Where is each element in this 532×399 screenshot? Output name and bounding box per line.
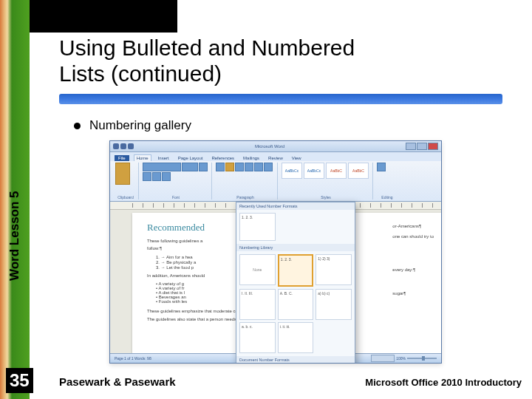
tab-home[interactable]: Home bbox=[134, 154, 151, 161]
qat-undo-icon[interactable] bbox=[128, 143, 134, 149]
group-styles-label: Styles bbox=[282, 195, 370, 200]
tab-view[interactable]: View bbox=[290, 155, 304, 161]
ribbon-tabs: File Home Insert Page Layout References … bbox=[110, 152, 441, 161]
title-line1: Using Bulleted and Numbered bbox=[59, 35, 355, 60]
footer-left: Pasewark & Pasewark bbox=[59, 375, 176, 388]
doc-para: In addition, Americans should bbox=[147, 273, 205, 279]
group-clipboard: Clipboard bbox=[113, 163, 139, 200]
bullets-icon[interactable] bbox=[216, 163, 225, 171]
align-center-icon[interactable] bbox=[254, 163, 263, 171]
numbering-icon[interactable] bbox=[225, 163, 234, 171]
slide-title: Using Bulleted and Numbered Lists (conti… bbox=[59, 35, 355, 86]
close-button[interactable] bbox=[428, 143, 438, 150]
bullet-item: Numbering gallery bbox=[74, 118, 191, 133]
corner-block bbox=[30, 0, 177, 33]
window-title: Microsoft Word bbox=[255, 144, 284, 149]
find-icon[interactable] bbox=[377, 163, 386, 171]
group-editing-label: Editing bbox=[377, 195, 398, 200]
bullet-text: Numbering gallery bbox=[89, 118, 191, 133]
gallery-option[interactable]: a) b) c) bbox=[316, 289, 352, 320]
underline-icon[interactable] bbox=[152, 172, 161, 181]
group-paragraph-label: Paragraph bbox=[216, 195, 275, 200]
sidebar-label: Word Lesson 5 bbox=[7, 191, 22, 281]
ribbon: Clipboard Font Paragraph bbox=[110, 161, 441, 202]
doc-tail: one can should try to bbox=[392, 233, 434, 239]
title-underline bbox=[59, 94, 502, 104]
gallery-option[interactable]: a. b. c. bbox=[239, 322, 276, 353]
numbering-gallery: Recently Used Number Formats 1. 2. 3. Nu… bbox=[236, 202, 355, 364]
paste-icon[interactable] bbox=[115, 163, 130, 185]
gallery-option[interactable]: i. ii. iii. bbox=[278, 322, 314, 353]
doc-tail: or-Americans¶ bbox=[392, 223, 434, 229]
maximize-button[interactable] bbox=[417, 143, 427, 150]
gallery-section-library: Numbering Library bbox=[236, 244, 355, 251]
word-icon bbox=[113, 143, 119, 149]
gallery-option[interactable]: I. II. III. bbox=[239, 289, 276, 320]
list-item: 2. → Be physically a bbox=[156, 260, 205, 265]
group-clipboard-label: Clipboard bbox=[115, 195, 136, 200]
tab-review[interactable]: Review bbox=[266, 155, 285, 161]
zoom-value[interactable]: 100% bbox=[396, 356, 406, 361]
list-item: Foods with les bbox=[156, 299, 205, 304]
page-number: 35 bbox=[6, 368, 33, 393]
tab-references[interactable]: References bbox=[209, 155, 236, 161]
align-right-icon[interactable] bbox=[264, 163, 273, 171]
gallery-option[interactable]: 1. 2. 3. bbox=[278, 254, 314, 287]
status-left: Page 1 of 1 Words: 98 bbox=[115, 356, 151, 361]
multilevel-icon[interactable] bbox=[235, 163, 244, 171]
gallery-section-doc: Document Number Formats bbox=[236, 356, 355, 364]
group-font: Font bbox=[140, 163, 212, 200]
window-titlebar: Microsoft Word bbox=[110, 141, 441, 152]
gallery-option[interactable]: A. B. C. bbox=[278, 289, 314, 320]
doc-tail: every day:¶ bbox=[392, 267, 434, 273]
bold-icon[interactable] bbox=[199, 163, 208, 171]
view-buttons-icon[interactable] bbox=[371, 355, 395, 362]
doc-tail: sugar¶ bbox=[392, 290, 434, 296]
style-nospacing[interactable]: AaBbCc bbox=[304, 163, 324, 179]
tab-page-layout[interactable]: Page Layout bbox=[176, 155, 205, 161]
minimize-button[interactable] bbox=[406, 143, 416, 150]
tab-mailings[interactable]: Mailings bbox=[241, 155, 262, 161]
footer-right: Microsoft Office 2010 Introductory bbox=[365, 377, 522, 388]
gallery-option-none[interactable]: None bbox=[239, 254, 276, 285]
list-item: 1. → Aim for a hea bbox=[156, 255, 205, 259]
group-font-label: Font bbox=[143, 195, 209, 200]
bullet-list: A variety of g A variety of fr A diet th… bbox=[156, 282, 205, 304]
style-heading1[interactable]: AaBbC bbox=[326, 163, 347, 179]
gallery-option[interactable]: 1. 2. 3. bbox=[239, 213, 276, 241]
font-color-icon[interactable] bbox=[162, 172, 171, 181]
font-size-icon[interactable] bbox=[182, 163, 198, 171]
align-left-icon[interactable] bbox=[245, 163, 253, 171]
style-heading2[interactable]: AaBbC bbox=[348, 163, 369, 179]
group-paragraph: Paragraph bbox=[214, 163, 278, 200]
group-styles: AaBbCc AaBbCc AaBbC AaBbC Styles bbox=[279, 163, 373, 200]
word-screenshot: Microsoft Word File Home Insert Page Lay… bbox=[109, 140, 442, 364]
numbered-list: 1. → Aim for a hea 2. → Be physically a … bbox=[156, 255, 205, 270]
italic-icon[interactable] bbox=[143, 172, 151, 181]
title-line2: Lists (continued) bbox=[59, 61, 222, 86]
style-normal[interactable]: AaBbCc bbox=[282, 163, 302, 179]
doc-heading: Recommended bbox=[147, 222, 205, 233]
tab-insert[interactable]: Insert bbox=[156, 155, 171, 161]
bullet-icon bbox=[74, 123, 81, 129]
gallery-option[interactable]: 1) 2) 3) bbox=[316, 254, 352, 285]
tab-file[interactable]: File bbox=[115, 155, 129, 161]
doc-para: follow:¶ bbox=[147, 245, 205, 251]
group-editing: Editing bbox=[375, 163, 400, 200]
list-item: 3. → Let the food p bbox=[156, 265, 205, 270]
zoom-slider[interactable] bbox=[407, 358, 437, 359]
doc-para: These following guidelines a bbox=[147, 238, 205, 244]
font-box-icon[interactable] bbox=[143, 163, 181, 171]
gallery-section-recent: Recently Used Number Formats bbox=[236, 202, 355, 210]
qat-save-icon[interactable] bbox=[120, 143, 126, 149]
